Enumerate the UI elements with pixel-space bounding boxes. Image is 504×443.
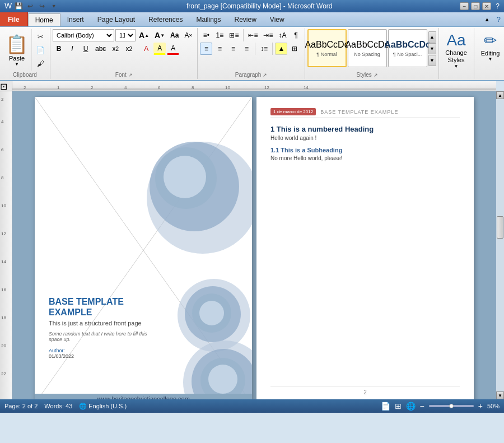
page-header-title: BASE TEMPLATE EXAMPLE [320,109,398,115]
ruler-right-padding [496,81,504,91]
superscript-button[interactable]: x2 [123,43,135,55]
ribbon-collapse-btn[interactable]: ▲ [481,12,493,26]
qa-dropdown[interactable]: ▼ [49,1,59,11]
styles-scroll-up[interactable]: ▲ [428,31,436,43]
zoom-slider[interactable] [429,405,474,407]
page-footer: 2 [270,386,460,395]
clear-format-btn[interactable]: A✕ [182,29,195,41]
font-color-btn[interactable]: A [167,43,179,55]
style-normal-preview: AaBbCcDc [305,39,348,50]
shading-btn[interactable]: ▲ [275,43,287,55]
vertical-ruler: 2 4 6 8 10 12 14 16 18 20 22 [0,91,12,399]
style-no-spacing-preview: AaBbCcDc [345,39,389,50]
page-number: 2 [363,389,367,395]
ruler-corner: ⊡ [0,81,12,91]
multilevel-btn[interactable]: ⊞≡ [227,29,241,41]
help-ribbon-btn[interactable]: ? [493,12,504,26]
close-btn[interactable]: ✕ [482,2,491,10]
file-tab[interactable]: File [0,12,28,26]
justify-btn[interactable]: ≡ [240,43,253,55]
styles-launcher[interactable]: ↗ [374,72,378,78]
paste-dropdown[interactable]: ▼ [15,62,19,67]
copy-button[interactable]: 📄 [34,44,46,56]
underline-button[interactable]: U [80,43,92,55]
zoom-out-btn[interactable]: − [420,402,424,411]
ruler-area: ⊡ /* ticks drawn via SVG */ 2 1 2 4 6 8 … [0,81,504,91]
tab-references[interactable]: References [142,12,189,26]
tab-page-layout[interactable]: Page Layout [91,12,142,26]
format-painter-button[interactable]: 🖌 [34,57,46,69]
text-effects-btn[interactable]: A [140,43,152,55]
save-qa-btn[interactable]: 💾 [13,1,24,11]
view-web-btn[interactable]: 🌐 [406,402,416,411]
change-styles-label: Change Styles [445,49,467,64]
zoom-thumb[interactable] [449,404,454,408]
page-count: Page: 2 of 2 [4,403,38,409]
bold-button[interactable]: B [53,43,65,55]
style-no-spacing[interactable]: AaBbCcDc No Spacing [348,29,387,67]
sort-btn[interactable]: ↕A [277,29,289,41]
change-styles-arrow: ▼ [454,64,459,69]
pages-area[interactable]: BASE TEMPLATE EXAMPLE This is just a str… [12,91,496,399]
scroll-thumb[interactable] [497,216,503,239]
undo-qa-btn[interactable]: ↩ [25,1,35,11]
scroll-track[interactable] [496,99,504,391]
tab-view[interactable]: View [263,12,291,26]
title-bar: W 💾 ↩ ↪ ▼ front_page [Compatibility Mode… [0,0,504,12]
border-btn[interactable]: ⊞ [288,43,301,55]
redo-qa-btn[interactable]: ↪ [37,1,47,11]
heading-body: Hello world again ! [270,135,460,141]
change-styles-button[interactable]: Aa Change Styles ▼ [441,29,472,71]
align-center-btn[interactable]: ≡ [213,43,226,55]
font-launcher[interactable]: ↗ [128,72,133,78]
ruler-mark-6: 6 [158,85,160,90]
styles-label: Styles ↗ [307,71,427,78]
zoom-in-btn[interactable]: + [478,402,483,411]
strikethrough-button[interactable]: abc [93,43,108,55]
font-name-select[interactable]: Calibri (Body) [53,29,114,41]
vertical-scrollbar[interactable]: ▲ ▼ [496,91,504,399]
editing-button[interactable]: ✏ Editing ▼ [477,29,504,64]
style-no-spacing-name: No Spacing [354,52,380,57]
decrease-font-btn[interactable]: A▼ [152,29,167,41]
show-formatting-btn[interactable]: ¶ [290,29,302,41]
change-case-btn[interactable]: Aa [168,29,181,41]
help-btn[interactable]: ? [496,2,500,10]
numbering-btn[interactable]: 1≡ [213,29,226,41]
line-spacing-btn[interactable]: ↕≡ [258,43,270,55]
view-print-btn[interactable]: 📄 [381,402,390,411]
language-indicator: 🌐 English (U.S.) [79,403,127,410]
bullets-btn[interactable]: ≡• [200,29,212,41]
paste-button[interactable]: 📋 Paste ▼ [2,29,32,71]
font-size-select[interactable]: 11 [115,29,136,41]
styles-scroll-down[interactable]: ▼ [428,43,436,54]
increase-font-btn[interactable]: A▲ [137,29,151,41]
align-right-btn[interactable]: ≡ [227,43,239,55]
tab-home[interactable]: Home [28,13,60,26]
subscript-button[interactable]: x2 [109,43,122,55]
para-launcher[interactable]: ↗ [263,72,267,78]
minimize-btn[interactable]: − [460,2,469,10]
word-icon: W [4,1,12,11]
scroll-up-btn[interactable]: ▲ [496,91,504,99]
align-left-btn[interactable]: ≡ [200,43,212,55]
scroll-down-btn[interactable]: ▼ [496,391,504,399]
decrease-indent-btn[interactable]: ⇤≡ [246,29,260,41]
tab-mailings[interactable]: Mailings [189,12,227,26]
para-row-2: ≡ ≡ ≡ ≡ ↕≡ ▲ ⊞ [200,43,301,55]
style-heading[interactable]: AaBbCcDc ¶ No Spaci... [388,29,427,67]
style-normal[interactable]: AaBbCcDc ¶ Normal [307,29,347,67]
tab-insert[interactable]: Insert [60,12,91,26]
ruler-mark-8: 8 [192,85,194,90]
highlight-btn[interactable]: A [153,43,166,55]
tab-review[interactable]: Review [227,12,263,26]
editing-label: Editing [481,50,500,57]
view-fullscreen-btn[interactable]: ⊞ [395,402,402,411]
maximize-btn[interactable]: □ [471,2,480,10]
v-ruler-mark-16: 16 [1,287,6,292]
ruler-mark-1: 1 [57,85,59,90]
italic-button[interactable]: I [66,43,78,55]
cut-button[interactable]: ✂ [34,30,46,43]
increase-indent-btn[interactable]: ⇥≡ [261,29,275,41]
styles-scroll-more[interactable]: ▼ [428,55,436,66]
